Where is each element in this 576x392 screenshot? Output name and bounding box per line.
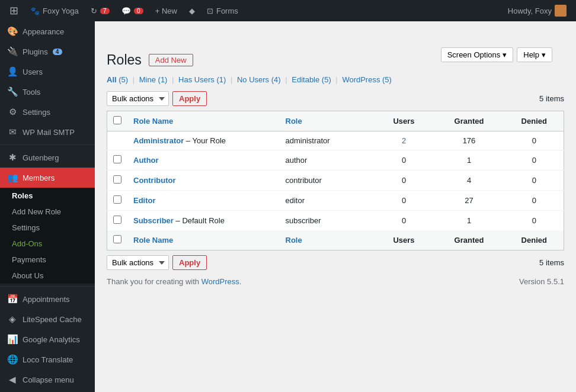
sidebar-item-google-analytics[interactable]: 📊 Google Analytics xyxy=(0,329,95,349)
tfoot-role-name-link[interactable]: Role Name xyxy=(133,236,173,245)
admin-footer: Thank you for creating with WordPress. V… xyxy=(107,277,564,286)
filter-editable[interactable]: Editable (5) xyxy=(292,75,331,84)
sidebar-item-loco-translate[interactable]: 🌐 Loco Translate xyxy=(0,349,95,369)
row-role-1: author xyxy=(280,150,375,171)
filter-all[interactable]: All (5) xyxy=(107,75,128,84)
adminbar-jetpack[interactable]: ◆ xyxy=(184,0,200,21)
sidebar-item-wpmail[interactable]: ✉ WP Mail SMTP xyxy=(0,122,95,142)
row-users-link-0[interactable]: 2 xyxy=(402,136,406,145)
bulk-actions-bottom-select[interactable]: Bulk actions xyxy=(107,255,169,270)
sidebar-separator-2 xyxy=(0,286,95,287)
row-granted-4: 1 xyxy=(434,211,505,231)
filter-no-users[interactable]: No Users (4) xyxy=(237,75,281,84)
sidebar-item-collapse[interactable]: ◀ Collapse menu xyxy=(0,369,95,390)
footer-thank-you: Thank you for creating with xyxy=(107,277,201,286)
tablenav-bottom-left: Bulk actions Apply xyxy=(107,255,207,270)
row-checkbox-input-1[interactable] xyxy=(113,155,121,163)
sidebar-item-appointments-label: Appointments xyxy=(23,295,70,304)
comments-icon: 💬 xyxy=(121,7,131,15)
row-denied-2: 0 xyxy=(505,171,564,191)
site-name-label: Foxy Yoga xyxy=(43,7,79,15)
adminbar-new[interactable]: + New xyxy=(151,0,182,21)
sep4: | xyxy=(285,75,287,84)
row-role-name-link-2[interactable]: Contributor xyxy=(133,176,175,185)
sidebar-item-users[interactable]: 👤 Users xyxy=(0,62,95,82)
row-role-name-link-1[interactable]: Author xyxy=(133,156,159,165)
howdy-label: Howdy, Foxy xyxy=(508,7,552,15)
sidebar-item-tools[interactable]: 🔧 Tools xyxy=(0,82,95,102)
table-row: Authorauthor010 xyxy=(107,150,564,171)
adminbar-updates[interactable]: ↻ 7 xyxy=(86,0,114,21)
footer-text: Thank you for creating with WordPress. xyxy=(107,277,241,286)
select-all-checkbox-bottom[interactable] xyxy=(113,235,121,243)
filter-mine[interactable]: Mine (1) xyxy=(139,75,168,84)
table-foot: Role Name Role Users Granted Denied xyxy=(107,230,564,250)
collapse-icon: ◀ xyxy=(7,374,18,385)
submenu-payments[interactable]: Payments xyxy=(0,252,95,268)
submenu-about-us[interactable]: About Us xyxy=(0,268,95,284)
tfoot-role-link[interactable]: Role xyxy=(286,236,302,245)
sidebar-item-litespeed[interactable]: ◈ LiteSpeed Cache xyxy=(0,309,95,329)
row-granted-1: 1 xyxy=(434,150,505,171)
submenu-add-ons[interactable]: Add-Ons xyxy=(0,236,95,252)
filter-has-users[interactable]: Has Users (1) xyxy=(178,75,226,84)
items-count-top: 5 items xyxy=(539,94,564,103)
sidebar-item-appointments[interactable]: 📅 Appointments xyxy=(0,289,95,309)
row-role-name-4: Subscriber – Default Role xyxy=(127,211,280,231)
sidebar-item-plugins-label: Plugins xyxy=(23,47,48,56)
sidebar-item-settings[interactable]: ⚙ Settings xyxy=(0,102,95,122)
table-row: Administrator – Your Roleadministrator21… xyxy=(107,131,564,150)
row-role-4: subscriber xyxy=(280,211,375,231)
adminbar-howdy[interactable]: Howdy, Foxy xyxy=(503,0,571,21)
row-role-name-link-3[interactable]: Editor xyxy=(133,196,156,205)
screen-options-chevron: ▾ xyxy=(503,50,507,59)
row-role-name-link-0[interactable]: Administrator xyxy=(133,136,184,145)
apply-top-button[interactable]: Apply xyxy=(172,91,207,106)
adminbar-forms[interactable]: ⊡ Forms xyxy=(202,0,243,21)
screen-options-label: Screen Options xyxy=(447,50,501,59)
adminbar-comments[interactable]: 💬 0 xyxy=(117,0,148,21)
sidebar-item-members[interactable]: 👥 Members xyxy=(0,168,95,188)
th-role-link[interactable]: Role xyxy=(286,117,302,126)
row-role-name-link-4[interactable]: Subscriber xyxy=(133,216,174,225)
row-checkbox-input-3[interactable] xyxy=(113,195,121,204)
adminbar-site-name[interactable]: 🐾 Foxy Yoga xyxy=(25,0,84,21)
select-all-checkbox-top[interactable] xyxy=(113,116,121,124)
row-denied-0: 0 xyxy=(505,131,564,150)
submenu-add-new-role[interactable]: Add New Role xyxy=(0,204,95,220)
sidebar-item-wpmail-label: WP Mail SMTP xyxy=(23,128,75,137)
help-button[interactable]: Help ▾ xyxy=(517,47,552,62)
apply-bottom-button[interactable]: Apply xyxy=(172,255,207,270)
row-users-1: 0 xyxy=(375,150,434,171)
admin-bar: ⊞ 🐾 Foxy Yoga ↻ 7 💬 0 + New ◆ ⊡ Forms Ho… xyxy=(0,0,576,21)
plugins-icon: 🔌 xyxy=(7,46,18,57)
th-role-name-link[interactable]: Role Name xyxy=(133,117,173,126)
sidebar-item-plugins[interactable]: 🔌 Plugins 4 xyxy=(0,41,95,62)
sidebar-item-gutenberg[interactable]: ✱ Gutenberg xyxy=(0,147,95,168)
plugins-badge: 4 xyxy=(53,49,62,55)
row-checkbox-input-4[interactable] xyxy=(113,216,121,224)
help-chevron: ▾ xyxy=(542,50,546,59)
row-role-suffix-0: – Your Role xyxy=(184,136,226,145)
add-new-button[interactable]: Add New xyxy=(149,54,193,66)
bulk-actions-top-select[interactable]: Bulk actions xyxy=(107,91,169,106)
sidebar-item-appearance[interactable]: 🎨 Appearance xyxy=(0,21,95,41)
submenu-roles[interactable]: Roles xyxy=(0,188,95,204)
sidebar-item-users-label: Users xyxy=(23,68,43,76)
table-body: Administrator – Your Roleadministrator21… xyxy=(107,131,564,231)
forms-label: Forms xyxy=(216,7,238,15)
items-count-bottom: 5 items xyxy=(539,258,564,267)
litespeed-icon: ◈ xyxy=(7,314,18,324)
screen-options-area: Screen Options ▾ Help ▾ xyxy=(107,21,564,47)
footer-wordpress-link[interactable]: WordPress xyxy=(201,277,239,286)
screen-options-button[interactable]: Screen Options ▾ xyxy=(441,47,514,62)
submenu-settings[interactable]: Settings xyxy=(0,220,95,236)
forms-icon: ⊡ xyxy=(207,7,213,15)
screen-options-bar: Screen Options ▾ Help ▾ xyxy=(441,47,552,62)
sep3: | xyxy=(231,75,232,84)
row-checkbox-input-2[interactable] xyxy=(113,175,121,184)
adminbar-wp-logo[interactable]: ⊞ xyxy=(5,0,23,21)
sidebar-item-gutenberg-label: Gutenberg xyxy=(23,153,59,162)
filter-links: All (5) | Mine (1) | Has Users (1) | No … xyxy=(107,75,564,84)
filter-wordpress[interactable]: WordPress (5) xyxy=(342,75,392,84)
